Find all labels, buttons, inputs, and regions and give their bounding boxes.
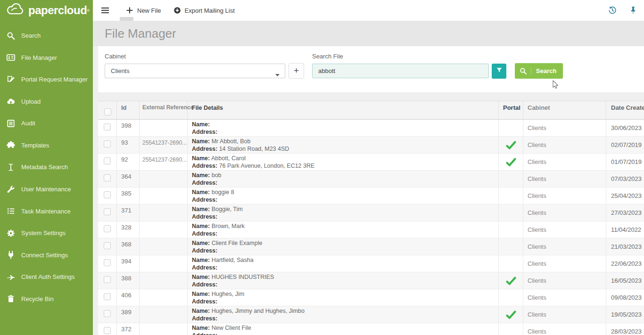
row-date-created: 16/05/2023 (606, 272, 644, 289)
row-checkbox[interactable] (104, 327, 111, 334)
sidebar-item-metadata-search[interactable]: Metadata Search (0, 156, 93, 178)
search-button[interactable]: Search (515, 63, 563, 79)
row-checkbox-cell (98, 154, 117, 170)
row-external-reference (140, 272, 188, 289)
column-header-date[interactable]: Date Created (606, 101, 644, 119)
search-panel: Cabinet Clients + Search File (98, 46, 644, 92)
pin-icon[interactable] (629, 6, 637, 15)
table-row[interactable]: 328Name: Brown, MarkAddress:Clients11/04… (98, 221, 644, 238)
sidebar-item-connect-settings[interactable]: Connect Settings (0, 244, 93, 266)
hamburger-menu-icon[interactable] (100, 6, 110, 15)
table-row[interactable]: 385Name: boggie 8Address:Clients25/04/20… (98, 188, 644, 204)
row-checkbox-cell (98, 289, 117, 306)
table-row[interactable]: 394Name: Hartfield, SashaAddress:Clients… (98, 255, 644, 272)
portal-check-icon (499, 306, 523, 323)
table-row[interactable]: 372Name: New Client FileAddress:Clients2… (98, 323, 644, 335)
sidebar-item-task-maintenance[interactable]: Task Maintenance (0, 200, 93, 222)
row-checkbox[interactable] (104, 225, 111, 232)
sidebar-item-search[interactable]: Search (0, 25, 93, 47)
sidebar-item-file-manager[interactable]: File Manager (0, 47, 93, 69)
new-file-label: New File (137, 7, 161, 14)
sidebar-item-label: Search (21, 32, 41, 39)
sidebar-item-client-auth-settings[interactable]: Client Auth Settings (0, 266, 93, 288)
export-mailing-list-button[interactable]: Export Mailing List (173, 7, 235, 14)
history-icon[interactable] (608, 6, 617, 15)
row-checkbox[interactable] (104, 208, 111, 215)
wrench-icon (7, 185, 15, 194)
row-checkbox-cell (98, 221, 117, 238)
sidebar-item-upload[interactable]: Upload (0, 90, 93, 113)
row-external-reference (140, 204, 188, 221)
add-cabinet-button[interactable]: + (289, 63, 304, 79)
row-checkbox-cell (98, 238, 117, 255)
search-file-label: Search File (312, 53, 563, 60)
sidebar-item-templates[interactable]: Templates (0, 134, 93, 156)
column-header-cabinet[interactable]: Cabinet (523, 101, 606, 119)
topbar: New File Export Mailing List (93, 0, 644, 21)
sidebar-item-recycle-bin[interactable]: Recycle Bin (0, 288, 93, 310)
row-checkbox[interactable] (104, 242, 111, 249)
table-row[interactable]: 9325541237-2690...Name: Mr Abbott, BobAd… (98, 137, 644, 154)
table-header-row: IdExternal ReferenceFile DetailsPortalCa… (98, 101, 644, 120)
new-file-button[interactable]: New File (126, 7, 161, 14)
column-header-details[interactable]: File Details (188, 101, 499, 119)
sidebar-item-audit[interactable]: Audit (0, 112, 93, 134)
sidebar: papercloud® SearchFile ManagerPortal Req… (0, 0, 93, 335)
row-cabinet: Clients (523, 323, 606, 335)
sidebar-item-label: Metadata Search (21, 163, 68, 171)
sidebar-item-system-settings[interactable]: System Settings (0, 222, 93, 244)
table-row[interactable]: 368Name: Client File ExampleAddress:Clie… (98, 238, 644, 255)
circle-down-arrow-icon (173, 7, 181, 14)
row-checkbox-cell (98, 306, 117, 323)
row-portal-cell (499, 188, 523, 204)
row-checkbox[interactable] (104, 191, 111, 198)
files-table: IdExternal ReferenceFile DetailsPortalCa… (98, 101, 644, 335)
select-all-checkbox[interactable] (104, 108, 111, 115)
search-file-input[interactable] (312, 64, 489, 78)
row-checkbox[interactable] (104, 259, 111, 266)
row-checkbox[interactable] (104, 293, 111, 300)
table-row[interactable]: 398Name:Address:Clients30/06/2023 (98, 120, 644, 137)
table-row[interactable]: 364Name: bobAddress:Clients07/03/2023 (98, 171, 644, 188)
cloud-upload-icon (7, 97, 15, 106)
row-cabinet: Clients (523, 120, 606, 136)
row-id: 371 (117, 204, 140, 221)
page-header: File Manager (93, 21, 644, 46)
row-checkbox[interactable] (104, 174, 111, 181)
table-row[interactable]: 371Name: Boggie, TimAddress:Clients27/03… (98, 204, 644, 221)
table-row[interactable]: 9225541237-2690...Name: Abbott, CarolAdd… (98, 154, 644, 171)
row-date-created: 11/04/2022 (606, 221, 644, 238)
row-checkbox[interactable] (104, 276, 111, 283)
row-checkbox[interactable] (104, 140, 111, 147)
table-row[interactable]: 388Name: HUGHES INDUSTRIESAddress:Client… (98, 272, 644, 289)
row-cabinet: Clients (523, 306, 606, 323)
row-portal-cell (499, 221, 523, 238)
row-checkbox[interactable] (104, 123, 111, 131)
row-file-details: Name: Abbott, CarolAddress: 76 Park Aven… (188, 154, 499, 170)
filter-button[interactable] (492, 64, 506, 79)
row-checkbox[interactable] (104, 310, 111, 317)
row-file-details: Name: HUGHES INDUSTRIESAddress: (188, 272, 499, 289)
row-checkbox-cell (98, 323, 117, 335)
sidebar-item-label: Templates (21, 141, 49, 148)
row-date-created: 19/05/2023 (606, 306, 644, 323)
row-id: 398 (117, 120, 140, 136)
brand-logo[interactable]: papercloud® (0, 0, 93, 21)
cloud-logo-icon (6, 3, 25, 17)
column-header-portal[interactable]: Portal (499, 101, 523, 119)
cabinet-select[interactable]: Clients (105, 64, 285, 78)
column-header-id[interactable]: Id (117, 101, 140, 119)
row-id: 385 (117, 188, 140, 204)
row-checkbox[interactable] (104, 157, 111, 164)
row-external-reference (140, 255, 188, 272)
row-portal-cell (499, 171, 523, 187)
search-icon (7, 32, 15, 40)
table-row[interactable]: 406Name: Hughes, JimAddress:Clients09/08… (98, 289, 644, 306)
table-row[interactable]: 389Name: Hughes, Jimmy and Hughes, Jimbo… (98, 306, 644, 323)
row-id: 92 (117, 154, 140, 170)
row-cabinet: Clients (523, 221, 606, 238)
column-header-ext[interactable]: External Reference (140, 101, 188, 119)
sidebar-item-portal-request-manager[interactable]: Portal Request Manager (0, 68, 93, 90)
row-portal-cell (499, 289, 523, 306)
sidebar-item-user-maintenance[interactable]: User Maintenance (0, 178, 93, 200)
